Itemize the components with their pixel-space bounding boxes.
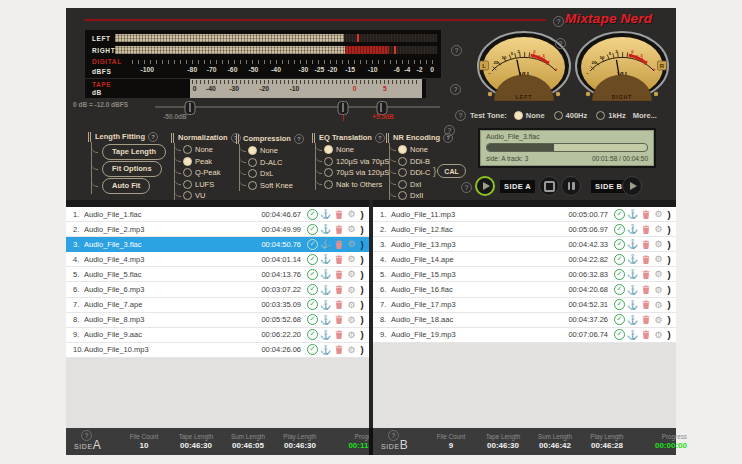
- stop-button[interactable]: [539, 176, 559, 196]
- radio-option[interactable]: 400Hz: [554, 109, 588, 121]
- anchor-icon[interactable]: ⚓: [319, 330, 332, 340]
- anchor-icon[interactable]: ⚓: [626, 330, 639, 340]
- anchor-icon[interactable]: ⚓: [319, 345, 332, 355]
- radio-option[interactable]: LUFS: [175, 179, 241, 191]
- radio-option[interactable]: DxL: [240, 168, 304, 180]
- radio-option[interactable]: D-ALC: [240, 157, 304, 169]
- expand-chevron-icon[interactable]: ): [665, 314, 673, 325]
- list-item[interactable]: 8. Audio_File_18.aac 00:04:37.26 ✓ ⚓ ⚙ ): [373, 313, 676, 328]
- radio-icon[interactable]: [183, 145, 192, 154]
- anchor-icon[interactable]: ⚓: [319, 315, 332, 325]
- radio-option[interactable]: Q-Peak: [175, 167, 241, 179]
- list-item[interactable]: 6. Audio_File_16.flac 00:04:20.68 ✓ ⚓ ⚙ …: [373, 282, 676, 297]
- expand-chevron-icon[interactable]: ): [358, 254, 366, 265]
- radio-icon[interactable]: [183, 191, 192, 200]
- anchor-icon[interactable]: ⚓: [319, 300, 332, 310]
- help-icon[interactable]: ?: [461, 182, 472, 193]
- delete-icon[interactable]: [639, 285, 652, 294]
- radio-icon[interactable]: [398, 180, 407, 189]
- gear-icon[interactable]: ⚙: [652, 224, 665, 234]
- radio-icon[interactable]: [596, 111, 605, 120]
- list-item[interactable]: 9. Audio_File_9.aac 00:06:22.20 ✓ ⚓ ⚙ ): [66, 328, 369, 343]
- delete-icon[interactable]: [639, 240, 652, 249]
- anchor-icon[interactable]: ⚓: [319, 239, 332, 249]
- help-icon[interactable]: ?: [388, 430, 399, 441]
- expand-chevron-icon[interactable]: ): [358, 209, 366, 220]
- gear-icon[interactable]: ⚙: [345, 269, 358, 279]
- radio-icon[interactable]: [324, 180, 333, 189]
- delete-icon[interactable]: [332, 315, 345, 324]
- list-item[interactable]: 5. Audio_File_5.flac 00:04:13.76 ✓ ⚓ ⚙ ): [66, 267, 369, 282]
- radio-icon[interactable]: [248, 158, 257, 167]
- gear-icon[interactable]: ⚙: [652, 315, 665, 325]
- gear-icon[interactable]: ⚙: [345, 285, 358, 295]
- radio-option[interactable]: None: [316, 144, 389, 156]
- delete-icon[interactable]: [332, 300, 345, 309]
- play-side-b-button[interactable]: [622, 176, 642, 196]
- radio-icon[interactable]: [324, 168, 333, 177]
- gear-icon[interactable]: ⚙: [652, 300, 665, 310]
- gear-icon[interactable]: ⚙: [652, 254, 665, 264]
- pause-button[interactable]: [561, 176, 581, 196]
- anchor-icon[interactable]: ⚓: [626, 315, 639, 325]
- expand-chevron-icon[interactable]: ): [358, 269, 366, 280]
- radio-option[interactable]: None: [175, 144, 241, 156]
- anchor-icon[interactable]: ⚓: [626, 285, 639, 295]
- radio-icon[interactable]: [248, 181, 257, 190]
- expand-chevron-icon[interactable]: ): [665, 299, 673, 310]
- delete-icon[interactable]: [639, 315, 652, 324]
- list-item[interactable]: 4. Audio_File_4.mp3 00:04:01.14 ✓ ⚓ ⚙ ): [66, 252, 369, 267]
- radio-option[interactable]: 70µS via 120µS: [316, 167, 389, 179]
- help-icon[interactable]: ?: [375, 133, 385, 143]
- help-icon[interactable]: ?: [451, 45, 462, 56]
- delete-icon[interactable]: [332, 240, 345, 249]
- gear-icon[interactable]: ⚙: [652, 330, 665, 340]
- radio-icon[interactable]: [183, 157, 192, 166]
- anchor-icon[interactable]: ⚓: [626, 254, 639, 264]
- auto-fit-button[interactable]: Auto Fit: [102, 178, 150, 194]
- radio-option[interactable]: Soft Knee: [240, 180, 304, 192]
- anchor-icon[interactable]: ⚓: [626, 269, 639, 279]
- gear-icon[interactable]: ⚙: [652, 269, 665, 279]
- test-tone-more-link[interactable]: More...: [633, 111, 657, 120]
- delete-icon[interactable]: [332, 225, 345, 234]
- anchor-icon[interactable]: ⚓: [626, 300, 639, 310]
- gear-icon[interactable]: ⚙: [345, 254, 358, 264]
- radio-icon[interactable]: [183, 168, 192, 177]
- help-icon[interactable]: ?: [81, 430, 92, 441]
- delete-icon[interactable]: [332, 270, 345, 279]
- radio-icon[interactable]: [324, 145, 333, 154]
- list-item[interactable]: 2. Audio_File_12.flac 00:05:06.97 ✓ ⚓ ⚙ …: [373, 222, 676, 237]
- radio-icon[interactable]: [398, 191, 407, 200]
- play-side-a-button[interactable]: [475, 176, 495, 196]
- gear-icon[interactable]: ⚙: [652, 239, 665, 249]
- list-item[interactable]: 6. Audio_File_6.mp3 00:03:07.22 ✓ ⚓ ⚙ ): [66, 282, 369, 297]
- gear-icon[interactable]: ⚙: [652, 209, 665, 219]
- radio-option[interactable]: None: [514, 109, 545, 121]
- list-item[interactable]: 5. Audio_File_15.mp3 00:06:32.83 ✓ ⚓ ⚙ ): [373, 267, 676, 282]
- gear-icon[interactable]: ⚙: [345, 239, 358, 249]
- cal-button[interactable]: CAL: [437, 164, 465, 178]
- list-item[interactable]: 2. Audio_File_2.mp3 00:04:49.99 ✓ ⚓ ⚙ ): [66, 222, 369, 237]
- anchor-icon[interactable]: ⚓: [626, 239, 639, 249]
- list-item[interactable]: 7. Audio_File_7.ape 00:03:35.09 ✓ ⚓ ⚙ ): [66, 298, 369, 313]
- list-item[interactable]: 3. Audio_File_13.mp3 00:04:42.33 ✓ ⚓ ⚙ ): [373, 237, 676, 252]
- expand-chevron-icon[interactable]: ): [665, 269, 673, 280]
- expand-chevron-icon[interactable]: ): [358, 329, 366, 340]
- expand-chevron-icon[interactable]: ): [358, 239, 366, 250]
- help-icon[interactable]: ?: [555, 38, 566, 49]
- delete-icon[interactable]: [639, 225, 652, 234]
- expand-chevron-icon[interactable]: ): [358, 224, 366, 235]
- radio-icon[interactable]: [398, 145, 407, 154]
- delete-icon[interactable]: [332, 330, 345, 339]
- list-item[interactable]: 8. Audio_File_8.mp3 00:05:52.68 ✓ ⚓ ⚙ ): [66, 313, 369, 328]
- anchor-icon[interactable]: ⚓: [626, 209, 639, 219]
- expand-chevron-icon[interactable]: ): [665, 284, 673, 295]
- radio-icon[interactable]: [398, 157, 407, 166]
- delete-icon[interactable]: [639, 210, 652, 219]
- anchor-icon[interactable]: ⚓: [319, 269, 332, 279]
- gear-icon[interactable]: ⚙: [345, 330, 358, 340]
- list-item[interactable]: 3. Audio_File_3.flac 00:04:50.76 ✓ ⚓ ⚙ ): [66, 237, 369, 252]
- radio-icon[interactable]: [398, 168, 407, 177]
- radio-option[interactable]: None: [390, 144, 453, 156]
